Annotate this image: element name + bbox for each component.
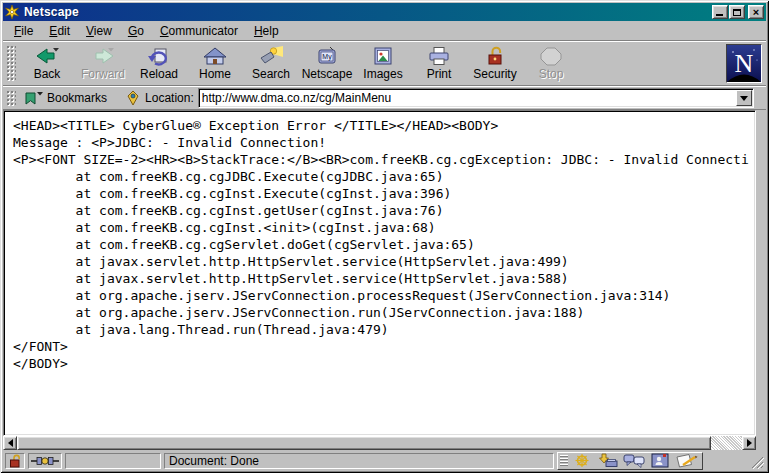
minimize-icon xyxy=(716,14,723,16)
menu-edit[interactable]: Edit xyxy=(44,22,75,40)
minimize-button[interactable] xyxy=(712,5,728,19)
url-input[interactable] xyxy=(199,91,736,105)
security-button[interactable]: Security xyxy=(467,43,523,84)
horizontal-scrollbar xyxy=(3,436,756,450)
code-line: at com.freeKB.cg.cgServlet.doGet(cgServl… xyxy=(13,236,755,253)
netscape-label: Netscape xyxy=(302,67,353,81)
scrollbar-thumb[interactable] xyxy=(17,436,711,450)
home-icon xyxy=(203,45,227,67)
mailbox-icon[interactable] xyxy=(596,453,620,468)
print-button[interactable]: Print xyxy=(411,43,467,84)
navigator-wheel-icon[interactable] xyxy=(570,453,594,468)
menu-file[interactable]: File xyxy=(9,22,38,40)
bookmarks-label: Bookmarks xyxy=(47,91,107,105)
close-button[interactable]: × xyxy=(748,5,764,19)
url-field-frame xyxy=(198,88,754,108)
scroll-left-button[interactable] xyxy=(3,436,17,450)
code-line: <P><FONT SIZE=-2><HR><B>StackTrace:</B><… xyxy=(13,151,755,168)
code-line: at com.freeKB.cg.cgInst.getUser(cgInst.j… xyxy=(13,202,755,219)
bookmark-icon xyxy=(23,90,43,106)
my-netscape-tv-icon: My xyxy=(315,45,339,67)
code-line: at java.lang.Thread.run(Thread.java:479) xyxy=(13,321,755,338)
code-line: Message : <P>JDBC: - Invalid Connection! xyxy=(13,134,755,151)
back-button[interactable]: Back xyxy=(19,43,75,84)
toolbar-spacer xyxy=(579,43,726,84)
search-label: Search xyxy=(252,67,290,81)
online-status-indicator xyxy=(28,453,62,469)
code-line: at javax.servlet.http.HttpServlet.servic… xyxy=(13,253,755,270)
menu-view[interactable]: View xyxy=(81,22,117,40)
maximize-icon xyxy=(733,9,741,16)
code-line: at org.apache.jserv.JServConnection.run(… xyxy=(13,304,755,321)
security-status-button[interactable] xyxy=(5,453,25,469)
netscape-throbber-logo[interactable]: N xyxy=(726,44,762,83)
code-line: at javax.servlet.http.HttpServlet.servic… xyxy=(13,270,755,287)
reload-label: Reload xyxy=(140,67,178,81)
bookmarks-button[interactable]: Bookmarks xyxy=(19,89,111,107)
location-toolbar-grip[interactable] xyxy=(6,90,16,106)
plug-icon xyxy=(31,455,59,467)
forward-button: Forward xyxy=(75,43,131,84)
status-message: Document: Done xyxy=(164,453,554,469)
images-icon xyxy=(371,45,395,67)
home-button[interactable]: Home xyxy=(187,43,243,84)
code-line: at com.freeKB.cg.cgInst.<init>(cgInst.ja… xyxy=(13,219,755,236)
netscape-beacon-icon xyxy=(5,5,21,19)
triangle-left-icon xyxy=(8,439,13,447)
svg-text:N: N xyxy=(735,49,754,78)
window-title: Netscape xyxy=(24,5,712,19)
menu-communicator[interactable]: Communicator xyxy=(155,22,243,40)
triangle-right-icon xyxy=(747,439,752,447)
search-flashlight-icon xyxy=(259,45,283,67)
back-label: Back xyxy=(34,67,61,81)
title-bar: Netscape × xyxy=(3,3,766,21)
location-label: Location: xyxy=(145,91,194,105)
reload-icon xyxy=(147,45,171,67)
reload-button[interactable]: Reload xyxy=(131,43,187,84)
location-label-group: Location: xyxy=(125,90,194,106)
location-toolbar: Bookmarks Location: xyxy=(3,86,766,110)
address-book-icon[interactable] xyxy=(648,453,672,468)
url-dropdown-button[interactable] xyxy=(736,90,752,106)
stop-sign-icon xyxy=(539,45,563,67)
navigation-toolbar: Back Forward Reload xyxy=(3,41,766,86)
component-bar-handle[interactable] xyxy=(560,455,568,467)
menu-go[interactable]: Go xyxy=(123,22,149,40)
window-resize-grip[interactable] xyxy=(748,453,764,469)
netscape-window: Netscape × File Edit View Go Communicato… xyxy=(0,0,769,473)
forward-arrow-icon xyxy=(91,45,115,67)
status-bar: Document: Done xyxy=(3,450,766,470)
code-line: </FONT> xyxy=(13,338,755,355)
netscape-guide-button[interactable]: My Netscape xyxy=(299,43,355,84)
back-arrow-icon xyxy=(35,45,59,67)
forward-label: Forward xyxy=(81,67,125,81)
code-line: at com.freeKB.cg.cgInst.Execute(cgInst.j… xyxy=(13,185,755,202)
printer-icon xyxy=(427,45,451,67)
search-button[interactable]: Search xyxy=(243,43,299,84)
code-line: <HEAD><TITLE> CyberGlue® Exception Error… xyxy=(13,117,755,134)
open-lock-icon xyxy=(9,454,22,468)
maximize-button[interactable] xyxy=(729,5,745,19)
code-line: </BODY> xyxy=(13,355,755,372)
svg-text:My: My xyxy=(322,53,332,61)
toolbar-grip[interactable] xyxy=(6,45,16,82)
images-button[interactable]: Images xyxy=(355,43,411,84)
page-content: <HEAD><TITLE> CyberGlue® Exception Error… xyxy=(3,110,756,436)
security-padlock-icon xyxy=(483,45,507,67)
code-line: at com.freeKB.cg.cgJDBC.Execute(cgJDBC.j… xyxy=(13,168,755,185)
images-label: Images xyxy=(363,67,402,81)
print-label: Print xyxy=(427,67,452,81)
menu-bar: File Edit View Go Communicator Help xyxy=(3,21,766,41)
menu-help[interactable]: Help xyxy=(249,22,284,40)
security-label: Security xyxy=(473,67,516,81)
code-line: at org.apache.jserv.JServConnection.proc… xyxy=(13,287,755,304)
composer-icon[interactable] xyxy=(674,453,698,468)
scrollbar-track[interactable] xyxy=(711,436,742,450)
discussions-icon[interactable] xyxy=(622,453,646,468)
location-waypoint-icon xyxy=(125,90,141,106)
chevron-down-icon xyxy=(740,96,748,101)
component-bar xyxy=(557,452,703,470)
scroll-right-button[interactable] xyxy=(742,436,756,450)
home-label: Home xyxy=(199,67,231,81)
stop-label: Stop xyxy=(539,67,564,81)
